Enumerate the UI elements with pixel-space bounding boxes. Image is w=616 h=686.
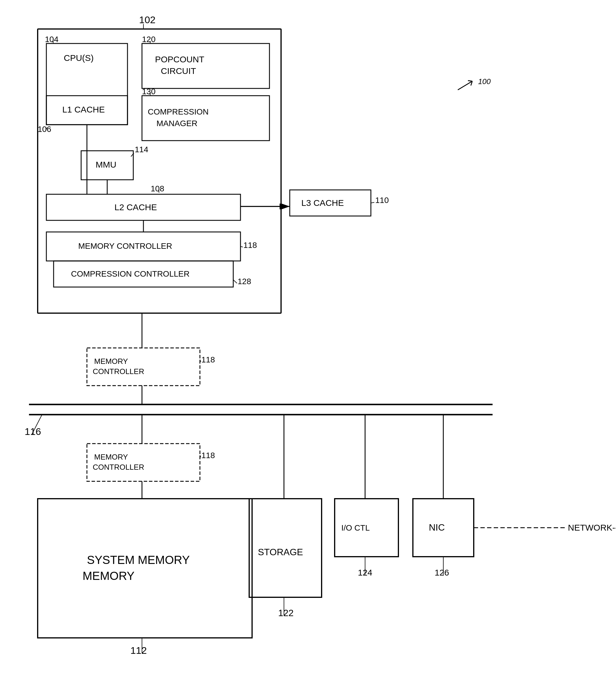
svg-line-6 [371, 202, 374, 203]
svg-line-0 [458, 81, 472, 90]
nic-label: NIC [429, 522, 445, 533]
system-memory-box [38, 499, 252, 638]
memory-controller-dashed-2 [87, 444, 200, 481]
cpu-label: CPU(S) [64, 53, 94, 63]
mc-dashed-2-label: MEMORY [94, 453, 128, 461]
memory-controller-inner-label: MEMORY CONTROLLER [78, 241, 172, 251]
compression-manager-label: COMPRESSION [148, 107, 208, 116]
ref-128: 128 [238, 277, 251, 286]
ref-106: 106 [38, 125, 51, 134]
mc-dashed-1-label2: CONTROLLER [93, 367, 144, 376]
ref-108: 108 [151, 184, 164, 193]
ref-126: 126 [435, 568, 449, 577]
io-ctl-label: I/O CTL [341, 523, 370, 532]
svg-line-2 [468, 81, 472, 81]
ref-112: 112 [130, 645, 147, 656]
mc-dashed-2-label2: CONTROLLER [93, 463, 144, 471]
ref-122: 122 [278, 608, 293, 618]
ref-130: 130 [142, 87, 156, 96]
popcount-label: POPCOUNT [155, 55, 204, 64]
ref-100: 100 [478, 77, 491, 86]
svg-line-9 [233, 280, 237, 283]
ref-116: 116 [25, 426, 41, 437]
l1-cache-label: L1 CACHE [62, 105, 105, 114]
compression-manager-label2: MANAGER [156, 119, 198, 128]
l2-cache-label: L2 CACHE [114, 202, 157, 212]
popcount-label2: CIRCUIT [161, 66, 196, 76]
ref-120: 120 [142, 35, 156, 44]
system-memory-label2: MEMORY [83, 570, 134, 582]
ref-118-inner: 118 [243, 241, 257, 250]
ref-102: 102 [139, 14, 156, 25]
system-memory-label: SYSTEM MEMORY [87, 554, 190, 566]
ref-110: 110 [375, 196, 389, 205]
ref-104: 104 [45, 35, 59, 44]
memory-controller-dashed-1 [87, 348, 200, 386]
ref-118-2: 118 [201, 451, 215, 460]
ref-118-1: 118 [201, 355, 215, 364]
diagram-container: 100 102 CPU(S) L1 CACHE 104 106 POPCOUNT… [0, 0, 616, 686]
storage-label: STORAGE [258, 547, 303, 557]
ref-114: 114 [135, 145, 148, 154]
compression-manager-box [142, 96, 269, 141]
mmu-label: MMU [96, 160, 116, 169]
l3-cache-label: L3 CACHE [301, 198, 344, 208]
network-label: NETWORK--- [568, 523, 616, 532]
mc-dashed-1-label: MEMORY [94, 357, 128, 366]
compression-controller-label: COMPRESSION CONTROLLER [71, 270, 190, 278]
